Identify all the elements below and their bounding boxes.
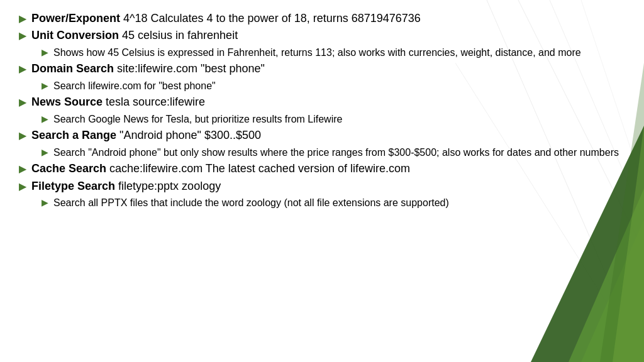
sub-arrow-icon-filetype-search-sub: ▶ xyxy=(42,197,48,207)
item-text-unit-conversion: Unit Conversion 45 celsius in fahrenheit xyxy=(31,28,238,43)
list-item-search-a-range: ▶Search a Range "Android phone" $300..$5… xyxy=(19,128,625,143)
item-text-search-a-range: Search a Range "Android phone" $300..$50… xyxy=(31,128,261,143)
list-item-filetype-search: ▶Filetype Search filetype:pptx zoology xyxy=(19,179,625,194)
sub-item-unit-conversion-sub: ▶Shows how 45 Celsius is expressed in Fa… xyxy=(42,46,625,60)
item-text-power-exponent: Power/Exponent 4^18 Calculates 4 to the … xyxy=(31,11,421,26)
sub-text-news-source-sub: Search Google News for Tesla, but priori… xyxy=(53,112,342,126)
item-label-news-source: News Source xyxy=(31,96,103,108)
arrow-icon-news-source: ▶ xyxy=(19,96,26,108)
sub-text-domain-search-sub: Search lifewire.com for "best phone" xyxy=(53,79,216,93)
item-text-domain-search: Domain Search site:lifewire.com "best ph… xyxy=(31,62,265,76)
item-label-cache-search: Cache Search xyxy=(31,162,106,175)
sub-arrow-icon-news-source-sub: ▶ xyxy=(42,114,48,124)
arrow-icon-search-a-range: ▶ xyxy=(19,129,26,141)
item-label-unit-conversion: Unit Conversion xyxy=(31,29,119,41)
sub-arrow-icon-unit-conversion-sub: ▶ xyxy=(42,47,48,57)
list-item-power-exponent: ▶Power/Exponent 4^18 Calculates 4 to the… xyxy=(19,11,625,26)
list-item-domain-search: ▶Domain Search site:lifewire.com "best p… xyxy=(19,62,625,76)
arrow-icon-power-exponent: ▶ xyxy=(19,13,26,25)
sub-item-search-a-range-sub: ▶Search "Android phone" but only show re… xyxy=(42,146,625,160)
sub-text-filetype-search-sub: Search all PPTX files that include the w… xyxy=(53,196,449,210)
item-text-cache-search: Cache Search cache:lifewire.com The late… xyxy=(31,162,410,176)
list-item-unit-conversion: ▶Unit Conversion 45 celsius in fahrenhei… xyxy=(19,28,625,43)
item-text-news-source: News Source tesla source:lifewire xyxy=(31,95,205,109)
arrow-icon-cache-search: ▶ xyxy=(19,163,26,175)
main-content: ▶Power/Exponent 4^18 Calculates 4 to the… xyxy=(0,0,644,224)
sub-text-search-a-range-sub: Search "Android phone" but only show res… xyxy=(53,146,619,160)
sub-text-unit-conversion-sub: Shows how 45 Celsius is expressed in Fah… xyxy=(53,46,581,60)
list-item-cache-search: ▶Cache Search cache:lifewire.com The lat… xyxy=(19,162,625,176)
sub-item-domain-search-sub: ▶Search lifewire.com for "best phone" xyxy=(42,79,625,93)
sub-item-filetype-search-sub: ▶Search all PPTX files that include the … xyxy=(42,196,625,210)
list-item-news-source: ▶News Source tesla source:lifewire xyxy=(19,95,625,109)
sub-arrow-icon-search-a-range-sub: ▶ xyxy=(42,147,48,157)
arrow-icon-unit-conversion: ▶ xyxy=(19,30,26,41)
item-label-domain-search: Domain Search xyxy=(31,62,114,75)
sub-arrow-icon-domain-search-sub: ▶ xyxy=(42,80,48,90)
item-label-power-exponent: Power/Exponent xyxy=(31,12,120,25)
arrow-icon-domain-search: ▶ xyxy=(19,63,26,75)
item-label-search-a-range: Search a Range xyxy=(31,129,116,141)
arrow-icon-filetype-search: ▶ xyxy=(19,180,26,192)
item-text-filetype-search: Filetype Search filetype:pptx zoology xyxy=(31,179,221,194)
item-label-filetype-search: Filetype Search xyxy=(31,180,115,192)
svg-marker-6 xyxy=(581,220,644,362)
sub-item-news-source-sub: ▶Search Google News for Tesla, but prior… xyxy=(42,112,625,126)
